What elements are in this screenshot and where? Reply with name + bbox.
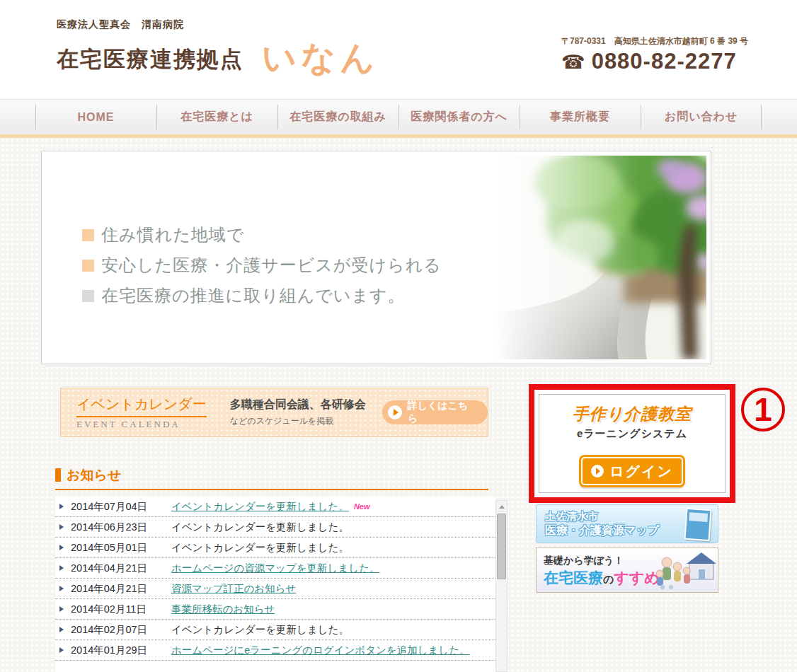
news-heading: お知らせ (55, 466, 488, 490)
site-name: いなん (262, 39, 379, 76)
news-date: 2014年02月11日 (71, 603, 171, 616)
main-content: 住み慣れた地域で 安心した医療・介護サービスが受けられる 在宅医療の推進に取り組… (0, 138, 797, 672)
hero-photo (494, 156, 706, 359)
resource-map-banner[interactable]: 土佐清水市 医療・介護資源マップ (536, 504, 718, 543)
elearning-title: 手作り介護教室 (539, 403, 725, 425)
phone-digits: 0880-82-2277 (592, 49, 737, 74)
contact-block: 〒787-0331 高知県土佐清水市越前町 6 番 39 号 ☎0880-82-… (561, 35, 748, 74)
login-button[interactable]: ログイン (579, 455, 685, 487)
family-illustration (654, 550, 716, 593)
news-date: 2014年04月21日 (71, 562, 171, 575)
bullet-triangle-icon (59, 627, 64, 632)
organization-line: 医療法人聖真会 渭南病院 (57, 18, 379, 31)
news-item: 2014年06月23日 イベントカレンダーを更新しました。 (55, 517, 495, 538)
nav-item[interactable]: 事業所概要 (520, 100, 641, 134)
hero-text-line: 在宅医療の推進に取り組んでいます。 (82, 284, 442, 307)
hero-text-line: 安心した医療・介護サービスが受けられる (82, 254, 442, 277)
play-icon (591, 465, 604, 477)
bullet-triangle-icon (59, 504, 64, 509)
event-calendar-description: 多職種合同会議、各研修会 などのスケジュールを掲載 (230, 398, 372, 427)
news-date: 2014年02月07日 (71, 623, 171, 637)
site-header: 医療法人聖真会 渭南病院 在宅医療連携拠点いなん 〒787-0331 高知県土佐… (0, 0, 797, 99)
news-date: 2014年01月29日 (71, 644, 171, 657)
bullet-triangle-icon (59, 586, 64, 591)
news-item: 2014年07月04日 イベントカレンダーを更新しました。 New (55, 497, 495, 517)
hero-text-block: 住み慣れた地域で 安心した医療・介護サービスが受けられる 在宅医療の推進に取り組… (82, 224, 442, 315)
news-text[interactable]: ホームページの資源マップを更新しました。 (171, 562, 379, 575)
news-text: イベントカレンダーを更新しました。 (171, 623, 349, 637)
news-text[interactable]: 資源マップ訂正のお知らせ (171, 582, 296, 596)
bullet-triangle-icon (59, 524, 64, 530)
address-text: 〒787-0331 高知県土佐清水市越前町 6 番 39 号 (561, 35, 748, 47)
bullet-square-icon (82, 290, 94, 302)
bullet-triangle-icon (59, 647, 64, 653)
nav-item[interactable]: 在宅医療とは (156, 100, 277, 134)
news-text[interactable]: 事業所移転のお知らせ (171, 603, 275, 616)
news-date: 2014年07月04日 (71, 500, 171, 514)
event-details-button[interactable]: 詳しくはこちら (382, 400, 488, 424)
news-list: 2014年07月04日 イベントカレンダーを更新しました。 New 2014年0… (55, 497, 495, 672)
news-text[interactable]: ホームページにeラーニングのログインボタンを追加しました。 (171, 644, 470, 657)
hero-text-line: 住み慣れた地域で (82, 224, 442, 246)
bullet-square-icon (82, 229, 94, 241)
annotation-highlight-box: 手作り介護教室 eラーニングシステム ログイン (529, 384, 735, 503)
event-calendar-title[interactable]: イベントカレンダー (76, 395, 207, 417)
site-title: 在宅医療連携拠点 (57, 47, 243, 71)
news-item: 2014年04月21日 ホームページの資源マップを更新しました。 (55, 558, 495, 579)
event-calendar-subtitle: EVENT CALENDA (76, 419, 219, 430)
hero-banner: 住み慣れた地域で 安心した医療・介護サービスが受けられる 在宅医療の推進に取り組… (41, 151, 711, 364)
bullet-triangle-icon (59, 606, 64, 612)
bullet-square-icon (82, 260, 94, 272)
news-item: 2014年04月21日 資源マップ訂正のお知らせ (55, 579, 495, 599)
main-nav: HOME 在宅医療とは 在宅医療の取組み 医療関係者の方へ 事業所概要 お問い合… (0, 99, 797, 134)
scrollbar-up-arrow-icon[interactable] (496, 501, 507, 512)
news-text: イベントカレンダーを更新しました。 (171, 541, 349, 555)
nav-item[interactable]: お問い合わせ (641, 100, 762, 134)
page-root: 医療法人聖真会 渭南病院 在宅医療連携拠点いなん 〒787-0331 高知県土佐… (0, 0, 797, 672)
nav-item[interactable]: 在宅医療の取組み (277, 100, 398, 134)
site-logo[interactable]: 医療法人聖真会 渭南病院 在宅医療連携拠点いなん (57, 18, 379, 81)
event-calendar-banner[interactable]: イベントカレンダー EVENT CALENDA 多職種合同会議、各研修会 などの… (60, 388, 488, 437)
news-scrollbar[interactable] (495, 500, 508, 672)
phone-icon: ☎ (561, 52, 586, 73)
phone-number: ☎0880-82-2277 (561, 49, 748, 74)
nav-item-label: お問い合わせ (665, 110, 738, 124)
news-text[interactable]: イベントカレンダーを更新しました。 (171, 500, 349, 514)
nav-item-label: HOME (78, 111, 115, 124)
heading-bar-icon (55, 468, 61, 482)
annotation-circle-1: 1 (741, 388, 785, 431)
news-item: 2014年05月01日 イベントカレンダーを更新しました。 (55, 538, 495, 558)
bullet-triangle-icon (59, 545, 64, 550)
bullet-triangle-icon (59, 565, 64, 571)
booklet-icon (684, 508, 711, 541)
scrollbar-thumb[interactable] (497, 514, 506, 579)
nav-item-label: 在宅医療とは (180, 110, 253, 124)
news-item: 2014年02月07日 イベントカレンダーを更新しました。 (55, 620, 495, 640)
elearning-subtitle: eラーニングシステム (539, 427, 725, 441)
nav-item-label: 在宅医療の取組み (289, 110, 386, 124)
news-date: 2014年06月23日 (71, 521, 171, 534)
news-date: 2014年05月01日 (71, 541, 171, 555)
new-badge: New (354, 502, 370, 511)
nav-item[interactable]: 医療関係者の方へ (398, 100, 520, 134)
play-icon (388, 405, 402, 419)
news-date: 2014年04月21日 (71, 582, 171, 596)
nav-item-label: 医療関係者の方へ (411, 110, 508, 124)
elearning-widget: 手作り介護教室 eラーニングシステム ログイン (539, 394, 726, 493)
nav-item-label: 事業所概要 (550, 110, 610, 124)
home-medical-guide-banner[interactable]: 基礎から学ぼう！ 在宅医療のすすめ (536, 548, 718, 593)
news-item: 2014年02月11日 事業所移転のお知らせ (55, 599, 495, 620)
news-item: 2014年01月29日 ホームページにeラーニングのログインボタンを追加しました… (55, 640, 495, 661)
news-text: イベントカレンダーを更新しました。 (171, 521, 349, 534)
nav-item[interactable]: HOME (35, 100, 156, 134)
